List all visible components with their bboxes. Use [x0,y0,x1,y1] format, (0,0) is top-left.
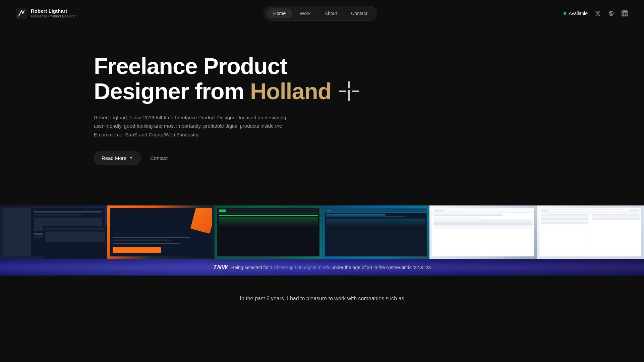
bottom-section: In the past 6 years, I had to pleasure t… [0,276,644,315]
svg-rect-0 [16,8,27,19]
tnw-banner: TNW Being selected for 1 of the top 500 … [0,259,644,276]
portfolio-item-5[interactable] [429,205,537,259]
hero-section: Freelance Product Designer from Holland … [0,27,644,185]
svg-rect-3 [352,90,359,92]
hero-description: Robert Ligthart, since 2019 full-time Fr… [94,113,288,139]
nav-contact[interactable]: Contact [344,8,374,18]
nav-home[interactable]: Home [267,8,292,18]
available-dot-icon [564,12,566,15]
companies-text-emphasis: companies such as [358,296,404,301]
read-more-label: Read More [102,155,126,161]
hero-heading-line2: Designer from Holland [94,79,628,104]
portfolio-item-4[interactable]: FNBZ [322,205,429,259]
tnw-text: Being selected for 1 of the top 500 digi… [231,265,431,270]
svg-rect-6 [348,91,350,100]
read-more-button[interactable]: Read More ↗ [94,151,141,165]
brand-logo-icon [16,8,27,19]
twitter-icon[interactable] [594,10,601,17]
nav-work[interactable]: Work [293,8,317,18]
navbar: Robert Ligthart Freelance Product Design… [0,0,644,27]
nav-about[interactable]: About [318,8,344,18]
hero-heading: Freelance Product Designer from Holland [94,54,628,104]
portfolio-strip: FNBZ [0,205,644,259]
hero-heading-from: Designer from [94,79,244,104]
svg-rect-2 [348,81,350,88]
portfolio-item-6[interactable] [537,205,644,259]
contact-button[interactable]: Contact [149,151,169,165]
brand-name: Robert Ligthart [31,8,77,14]
nav-links: Home Work About Contact [264,6,377,21]
portfolio-item-3[interactable] [215,205,322,259]
globe-icon[interactable] [608,10,614,17]
tnw-logo: TNW [213,264,228,271]
portfolio-item-2[interactable] [107,205,215,259]
navbar-right: Available [564,10,628,17]
hero-actions: Read More ↗ Contact [94,151,628,165]
brand-subtitle: Freelance Product Designer [31,14,77,18]
available-status: Available [564,11,588,16]
linkedin-icon[interactable] [621,10,628,17]
brand: Robert Ligthart Freelance Product Design… [16,8,77,19]
hero-heading-line1: Freelance Product [94,54,628,79]
hero-heading-holland: Holland [250,79,331,104]
portfolio-item-1[interactable] [0,205,107,259]
available-label: Available [569,11,588,16]
windmill-icon [337,79,361,103]
arrow-icon: ↗ [128,155,134,162]
brand-text: Robert Ligthart Freelance Product Design… [31,8,77,18]
tnw-highlight: 1 of the top 500 digital minds [270,265,330,270]
tnw-text-before: Being selected for [231,265,270,270]
companies-text: In the past 6 years, I had to pleasure t… [16,296,628,302]
tnw-text-after: under the age of 30 in the Netherlands '… [330,265,431,270]
svg-rect-5 [339,90,346,92]
companies-text-main: In the past 6 years, I had to pleasure t… [240,296,357,301]
